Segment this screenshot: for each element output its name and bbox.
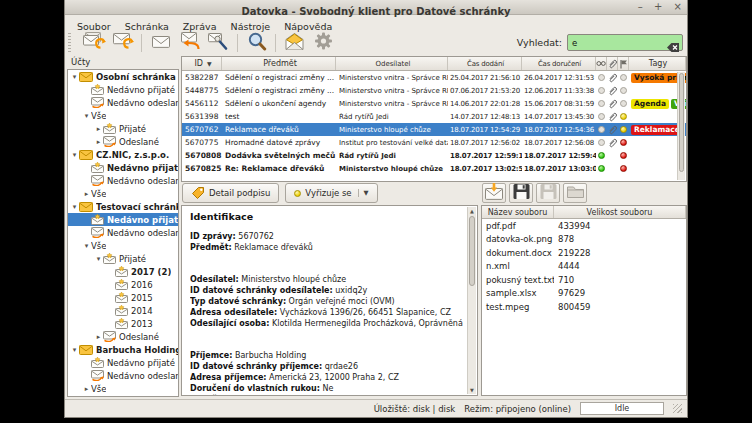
- signature-detail-button[interactable]: Detail podpisu: [182, 183, 279, 203]
- preferences-button[interactable]: [309, 31, 338, 55]
- file-row-n-xml[interactable]: n.xml4444: [482, 260, 686, 274]
- download-all-messages-button[interactable]: [79, 31, 108, 55]
- save-all-attachments-button: [536, 183, 560, 203]
- message-row-5631398[interactable]: 5631398testŘád rytířů Jedi14.07.2017 12:…: [182, 110, 686, 123]
- inbox-icon: [115, 279, 128, 290]
- column-header-read-icon[interactable]: [596, 57, 607, 70]
- file-row-dokument-docx[interactable]: dokument.docx219228: [482, 246, 686, 260]
- collapse-arrow-icon[interactable]: ▸: [94, 138, 103, 146]
- account-item-nedavno-odeslane[interactable]: Nedávno odeslané: [68, 369, 178, 382]
- scroll-up-arrow[interactable]: ▲: [468, 207, 476, 215]
- message-row-5448775[interactable]: 5448775Sdělení o registraci změny ...Min…: [182, 84, 686, 97]
- close-button[interactable]: ×: [674, 1, 682, 12]
- attachment-icon: [607, 86, 618, 96]
- account-item-nedavno-odeslane[interactable]: Nedávno odeslané: [68, 226, 178, 239]
- account-item-label: 2017 (2): [131, 267, 171, 277]
- expand-arrow-icon[interactable]: ▾: [94, 255, 103, 263]
- file-row-sample-xlsx[interactable]: sample.xlsx97629: [482, 287, 686, 301]
- column-header-delivery-time[interactable]: Čas dodání: [448, 57, 522, 70]
- file-row-test-mpeg[interactable]: test.mpeg800459: [482, 300, 686, 314]
- detail-scrollbar[interactable]: ▲ ▼: [467, 207, 476, 394]
- account-item-odeslane[interactable]: ▸Odeslané: [68, 135, 178, 148]
- file-name-column[interactable]: Název souboru: [482, 206, 554, 218]
- message-row-5670825[interactable]: 5670825Re: Reklamace dřevákůMinisterstvo…: [182, 162, 686, 175]
- scroll-down-arrow[interactable]: ▼: [468, 386, 476, 394]
- column-header-id[interactable]: ID▼: [182, 57, 222, 70]
- account-item-nedavno-prijate-4[interactable]: Nedávno přijaté (4): [68, 161, 178, 174]
- account-item-odeslane[interactable]: ▸Odeslané: [68, 330, 178, 343]
- column-header-tags[interactable]: Tagy: [629, 57, 686, 70]
- account-item-nedavno-prijate[interactable]: Nedávno přijaté: [68, 356, 178, 369]
- account-item-osobni-schranka[interactable]: ▾Osobní schránka: [68, 70, 178, 83]
- file-size-column[interactable]: Velikost souboru: [554, 206, 686, 218]
- account-item-nedavno-odeslane[interactable]: Nedávno odeslané: [68, 96, 178, 109]
- account-item-vse[interactable]: ▾Vše: [68, 109, 178, 122]
- message-list-scrollbar[interactable]: [677, 72, 685, 180]
- expand-arrow-icon[interactable]: ▾: [70, 346, 79, 354]
- account-item-label: Nedávno přijaté: [107, 358, 175, 368]
- message-row-5670808[interactable]: 5670808Dodávka světelných mečůŘád rytířů…: [182, 149, 686, 162]
- find-message-button[interactable]: [242, 31, 271, 55]
- reply-message-button[interactable]: [175, 31, 204, 55]
- message-subject: Hromadné datové zprávy: [222, 138, 336, 147]
- expand-arrow-icon[interactable]: ▾: [70, 203, 79, 211]
- account-item-cz-nic-z-s-p-o[interactable]: ▾CZ.NIC, z.s.p.o.: [68, 148, 178, 161]
- expand-arrow-icon[interactable]: ▾: [82, 112, 91, 120]
- expand-arrow-icon[interactable]: ▾: [70, 73, 79, 81]
- tag-reklamace: Reklamace: [631, 125, 683, 135]
- account-item-vse[interactable]: ▾Vše: [68, 239, 178, 252]
- account-item-barbucha-holding-a-s[interactable]: ▾Barbucha Holding, a.s.: [68, 343, 178, 356]
- resize-grip[interactable]: [673, 404, 682, 413]
- column-header-subject[interactable]: Předmět: [222, 57, 336, 70]
- maximize-button[interactable]: +: [654, 1, 662, 12]
- collapse-arrow-icon[interactable]: ▸: [94, 125, 103, 133]
- column-header-acceptance-time[interactable]: Čas doručení: [522, 57, 596, 70]
- account-item-testovaci-schranka[interactable]: ▾Testovací schránka: [68, 200, 178, 213]
- account-item-2014[interactable]: 2014: [68, 304, 178, 317]
- file-row-datovka-ok-png[interactable]: datovka-ok.png878: [482, 233, 686, 247]
- expand-arrow-icon[interactable]: ▾: [70, 151, 79, 159]
- column-header-flag-icon[interactable]: [618, 57, 629, 70]
- scroll-thumb[interactable]: [469, 216, 475, 286]
- open-attachment-button[interactable]: [482, 183, 506, 203]
- message-row-5382287[interactable]: 5382287Sdělení o registraci změny ...Min…: [182, 71, 686, 84]
- file-row-pokusny-text-txt[interactable]: pokusný text.txt710: [482, 273, 686, 287]
- account-item-nedavno-prijate[interactable]: Nedávno přijaté: [68, 83, 178, 96]
- process-status-button[interactable]: Vyřizuje se ▼: [285, 183, 377, 203]
- column-header-attachment-icon[interactable]: [607, 57, 618, 70]
- account-item-prijate[interactable]: ▸Přijaté: [68, 122, 178, 135]
- progress-indicator: Idle: [580, 402, 664, 415]
- clear-search-icon[interactable]: [666, 38, 680, 49]
- titlebar[interactable]: Datovka - Svobodný klient pro Datové sch…: [65, 0, 687, 15]
- account-item-nedavno-prijate-2[interactable]: Nedávno přijaté (2): [68, 213, 178, 226]
- account-item-prijate[interactable]: ▾Přijaté: [68, 252, 178, 265]
- inbox-icon: [115, 305, 128, 316]
- toolbar-grip[interactable]: [68, 33, 71, 53]
- expand-arrow-icon[interactable]: ▾: [82, 242, 91, 250]
- message-contents-button[interactable]: [280, 31, 309, 55]
- save-attachment-button[interactable]: [509, 183, 533, 203]
- account-item-nedavno-odeslane[interactable]: Nedávno odeslané: [68, 174, 178, 187]
- message-row-5670762[interactable]: 5670762Reklamace dřevákůMinisterstvo hlo…: [182, 123, 686, 136]
- message-row-5670775[interactable]: 5670775Hromadné datové zprávyInstitut pr…: [182, 136, 686, 149]
- account-item-label: CZ.NIC, z.s.p.o.: [96, 150, 169, 160]
- account-item-2015[interactable]: 2015: [68, 291, 178, 304]
- account-item-2016[interactable]: 2016: [68, 278, 178, 291]
- process-status-label: Vyřizuje se: [305, 188, 351, 198]
- collapse-arrow-icon[interactable]: ▸: [82, 385, 91, 393]
- file-row-pdf-pdf[interactable]: pdf.pdf433994: [482, 219, 686, 233]
- account-item-2013[interactable]: 2013: [68, 317, 178, 330]
- account-item-vse[interactable]: ▸Vše: [68, 382, 178, 395]
- account-item-vse[interactable]: ▸Vše: [68, 187, 178, 200]
- account-item-2017-2[interactable]: 2017 (2): [68, 265, 178, 278]
- collapse-arrow-icon[interactable]: ▸: [94, 333, 103, 341]
- message-row-5456112[interactable]: 5456112Sdělení o ukončení agendyMinister…: [182, 97, 686, 110]
- collapse-arrow-icon[interactable]: ▸: [82, 190, 91, 198]
- create-message-button[interactable]: [146, 31, 175, 55]
- column-header-sender[interactable]: Odesílatel: [336, 57, 448, 70]
- download-account-messages-button[interactable]: [108, 31, 137, 55]
- detail-field: Doručení fikcí povoleno: Ano: [190, 394, 463, 396]
- verify-message-button[interactable]: [204, 31, 233, 55]
- minimize-button[interactable]: –: [638, 1, 643, 12]
- search-input[interactable]: [568, 35, 682, 50]
